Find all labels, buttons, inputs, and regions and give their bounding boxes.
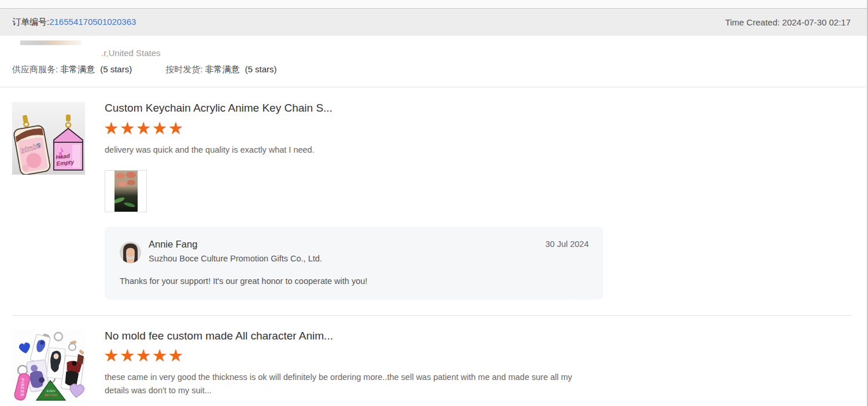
supplier-reply-text: Thanks for your support! It's our great … [120, 276, 367, 286]
order-number-label: 订单编号: [12, 17, 49, 27]
attached-photo-image [114, 171, 138, 212]
review-star-rating: ★★★★★ [104, 120, 184, 137]
supplier-company-name: Suzhou Boce Culture Promotion Gifts Co.,… [149, 254, 322, 263]
review-divider [12, 315, 851, 316]
on-time-delivery-value: 非常满意 [205, 64, 240, 74]
order-number-link[interactable]: 216554170501020363 [49, 17, 136, 27]
svg-text:EVEN: EVEN [47, 389, 56, 393]
supplier-contact-name: Annie Fang [149, 239, 197, 250]
section-divider [0, 87, 866, 87]
keychain-cartons-illustration: Bimbo Head Empty [12, 102, 85, 175]
review-product-title[interactable]: Custom Keychain Acrylic Anime Key Chain … [105, 102, 333, 115]
product-image-keychain-collection[interactable]: PISCES EVEN BETTER [12, 330, 85, 403]
on-time-delivery-rating: 按时发货:非常满意(5 stars) [165, 64, 276, 74]
on-time-delivery-stars: (5 stars) [245, 64, 277, 74]
supplier-service-label: 供应商服务: [12, 64, 58, 74]
order-review-page: 订单编号:216554170501020363 Time Created: 20… [0, 0, 868, 406]
time-created-text: Time Created: 2024-07-30 02:17 [725, 17, 851, 27]
supplier-ratings-row: 供应商服务:非常满意(5 stars) 按时发货:非常满意(5 stars) [12, 64, 277, 75]
supplier-service-stars: (5 stars) [100, 64, 132, 74]
supplier-reply-card: Annie Fang Suzhou Boce Culture Promotion… [105, 227, 603, 300]
supplier-service-rating: 供应商服务:非常满意(5 stars) [12, 64, 134, 74]
reply-date: 30 Jul 2024 [545, 239, 589, 249]
review-attached-photo[interactable] [105, 170, 147, 212]
review-text: these came in very good the thickness is… [105, 371, 579, 397]
review-star-rating: ★★★★★ [104, 347, 184, 364]
keychain-collection-illustration: PISCES EVEN BETTER [12, 330, 85, 403]
review-product-title[interactable]: No mold fee custom made All character An… [105, 330, 333, 342]
cropped-product-thumbnail [20, 40, 81, 45]
review-text: delivery was quick and the quality is ex… [105, 143, 315, 157]
supplier-service-value: 非常满意 [60, 64, 95, 74]
svg-text:BETTER: BETTER [45, 393, 57, 397]
product-image-keychain-cartons[interactable]: Bimbo Head Empty [12, 102, 85, 175]
top-strip [0, 0, 867, 9]
on-time-delivery-label: 按时发货: [165, 64, 202, 74]
supplier-avatar[interactable] [120, 242, 141, 263]
order-number-group: 订单编号:216554170501020363 [12, 17, 136, 28]
buyer-location-text: .r,United States [101, 48, 161, 58]
avatar-photo [120, 242, 141, 263]
order-header-bar: 订单编号:216554170501020363 Time Created: 20… [0, 9, 867, 36]
svg-text:PISCES: PISCES [20, 378, 25, 397]
